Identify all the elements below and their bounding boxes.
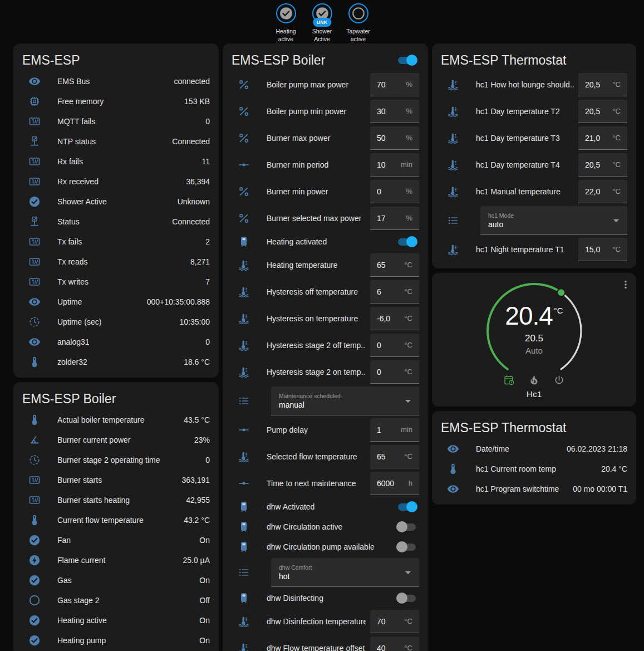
number-input-burner-max-power[interactable]: 50% xyxy=(370,126,419,150)
calendar-clock-icon[interactable] xyxy=(503,374,515,386)
badge-heating-active[interactable]: Heating active xyxy=(271,3,302,43)
row-burner-selected-max-power[interactable]: Burner selected max power17% xyxy=(232,205,419,232)
row-hc1-mode[interactable]: hc1 Modeauto xyxy=(441,205,627,236)
row-dhw-flow-temperature-offset[interactable]: dhw Flow temperature offset40°C xyxy=(232,635,419,651)
number-input-hysteresis-off-temperature[interactable]: 6°C xyxy=(370,280,419,304)
row-zolder32[interactable]: zolder3218.6 °C xyxy=(22,352,210,372)
select-dhw-comfort[interactable]: dhw Comforthot xyxy=(271,558,419,587)
row-tx-reads[interactable]: Tx reads8,271 xyxy=(22,252,210,272)
row-analog31[interactable]: analog310 xyxy=(22,332,210,352)
row-burner-starts[interactable]: Burner starts363,191 xyxy=(22,470,210,490)
number-input-burner-min-period[interactable]: 10min xyxy=(370,153,419,177)
number-input-hysteresis-stage-2-off-temp[interactable]: 0°C xyxy=(370,334,419,357)
row-burner-min-power[interactable]: Burner min power0% xyxy=(232,178,419,205)
row-hc1-how-hot-lounge-should[interactable]: hc1 How hot lounge should...20,5°C xyxy=(441,71,627,98)
boiler-card-power-toggle[interactable] xyxy=(398,57,416,64)
row-dhw-disinfection-temperature[interactable]: dhw Disinfection temperature70°C xyxy=(232,608,419,635)
row-current-flow-temperature[interactable]: Current flow temperature43.2 °C xyxy=(22,510,210,530)
number-input-dhw-disinfection-temperature[interactable]: 70°C xyxy=(370,610,419,633)
row-burner-max-power[interactable]: Burner max power50% xyxy=(232,125,419,151)
number-input-hysteresis-stage-2-on-temp[interactable]: 0°C xyxy=(370,360,419,384)
number-input-hysteresis-on-temperature[interactable]: -6,0°C xyxy=(370,307,419,330)
row-tx-writes[interactable]: Tx writes7 xyxy=(22,272,210,292)
number-input-hc1-night-temperature-t1[interactable]: 15,0°C xyxy=(578,238,627,261)
row-dhw-disinfecting[interactable]: dhw Disinfecting xyxy=(232,588,419,608)
toggle-heating-activated[interactable] xyxy=(398,238,416,246)
row-dhw-circulation-pump-available[interactable]: dhw Circulation pump available xyxy=(232,537,419,557)
row-flame-current[interactable]: Flame current25.0 µA xyxy=(22,550,210,570)
row-hysteresis-stage-2-off-temp[interactable]: Hysteresis stage 2 off temp...0°C xyxy=(232,332,419,359)
row-rx-received[interactable]: Rx received36,394 xyxy=(22,172,210,192)
number-input-dhw-flow-temperature-offset[interactable]: 40°C xyxy=(370,637,419,651)
fire-icon[interactable] xyxy=(528,374,540,386)
row-rx-fails[interactable]: Rx fails11 xyxy=(22,151,210,172)
select-hc1-mode[interactable]: hc1 Modeauto xyxy=(480,206,627,235)
row-hc1-day-temperature-t4[interactable]: hc1 Day temperature T420,5°C xyxy=(441,151,627,178)
row-dhw-circulation-active[interactable]: dhw Circulation active xyxy=(232,517,419,537)
row-date-time[interactable]: Date/time06.02.2023 21:18 xyxy=(441,439,627,459)
number-input-hc1-how-hot-lounge-should[interactable]: 20,5°C xyxy=(578,73,627,96)
number-input-hc1-manual-temperature[interactable]: 22,0°C xyxy=(578,180,627,203)
row-fan[interactable]: FanOn xyxy=(22,530,210,550)
row-gas[interactable]: GasOn xyxy=(22,570,210,590)
row-hc1-night-temperature-t1[interactable]: hc1 Night temperature T115,0°C xyxy=(441,236,627,263)
row-gas-stage-2[interactable]: Gas stage 2Off xyxy=(22,590,210,610)
row-boiler-pump-max-power[interactable]: Boiler pump max power70% xyxy=(232,71,419,98)
row-tx-fails[interactable]: Tx fails2 xyxy=(22,232,210,252)
chevron-down-icon[interactable] xyxy=(401,394,415,408)
row-hc1-manual-temperature[interactable]: hc1 Manual temperature22,0°C xyxy=(441,178,627,205)
toggle-dhw-activated[interactable] xyxy=(398,503,416,511)
row-burner-stage-2-operating-time[interactable]: Burner stage 2 operating time0 xyxy=(22,450,210,470)
row-actual-boiler-temperature[interactable]: Actual boiler temperature43.5 °C xyxy=(22,410,210,430)
row-hc1-current-room-temp[interactable]: hc1 Current room temp20.4 °C xyxy=(441,459,627,479)
row-hc1-day-temperature-t2[interactable]: hc1 Day temperature T220,5°C xyxy=(441,98,627,125)
row-heating-activated[interactable]: Heating activated xyxy=(232,232,419,252)
row-pump-delay[interactable]: Pump delay1min xyxy=(232,417,419,443)
row-burner-current-power[interactable]: Burner current power23% xyxy=(22,430,210,450)
select-maintenance-scheduled[interactable]: Maintenance scheduledmanual xyxy=(271,386,419,415)
row-maintenance-scheduled[interactable]: Maintenance scheduledmanual xyxy=(232,385,419,417)
toggle-dhw-circulation-pump-available[interactable] xyxy=(398,544,416,551)
toggle-dhw-circulation-active[interactable] xyxy=(398,523,416,531)
row-time-to-next-maintenance[interactable]: Time to next maintenance6000h xyxy=(232,470,419,497)
row-hc1-program-switchtime[interactable]: hc1 Program switchtime00 mo 00:00 T1 xyxy=(441,479,627,499)
row-ntp-status[interactable]: NTP statusConnected xyxy=(22,131,210,151)
chevron-down-icon[interactable] xyxy=(609,214,623,227)
number-input-selected-flow-temperature[interactable]: 65°C xyxy=(370,445,419,468)
number-input-boiler-pump-max-power[interactable]: 70% xyxy=(370,73,419,96)
chevron-down-icon[interactable] xyxy=(401,566,415,579)
number-input-hc1-day-temperature-t2[interactable]: 20,5°C xyxy=(578,100,627,123)
row-burner-starts-heating[interactable]: Burner starts heating42,955 xyxy=(22,490,210,510)
badge-tapwater-active[interactable]: Tapwater active xyxy=(343,3,374,43)
row-heating-pump[interactable]: Heating pumpOn xyxy=(22,630,210,650)
number-input-hc1-day-temperature-t3[interactable]: 21,0°C xyxy=(578,126,627,150)
number-input-hc1-day-temperature-t4[interactable]: 20,5°C xyxy=(578,153,627,177)
power-icon[interactable] xyxy=(553,374,565,386)
row-shower-active[interactable]: Shower ActiveUnknown xyxy=(22,192,210,212)
row-dhw-activated[interactable]: dhw Activated xyxy=(232,497,419,517)
row-hc1-day-temperature-t3[interactable]: hc1 Day temperature T321,0°C xyxy=(441,125,627,151)
row-heating-temperature[interactable]: Heating temperature65°C xyxy=(232,252,419,278)
number-input-burner-selected-max-power[interactable]: 17% xyxy=(370,207,419,230)
more-options-icon[interactable] xyxy=(620,278,632,291)
badge-shower-active[interactable]: UNKShower Active xyxy=(307,3,338,43)
toggle-dhw-disinfecting[interactable] xyxy=(398,595,416,602)
row-ems-bus[interactable]: EMS Busconnected xyxy=(22,71,210,91)
row-uptime-sec[interactable]: Uptime (sec)10:35:00 xyxy=(22,312,210,332)
number-input-time-to-next-maintenance[interactable]: 6000h xyxy=(370,472,419,495)
row-status[interactable]: StatusConnected xyxy=(22,212,210,232)
row-hysteresis-off-temperature[interactable]: Hysteresis off temperature6°C xyxy=(232,278,419,305)
row-dhw-comfort[interactable]: dhw Comforthot xyxy=(232,557,419,588)
number-input-burner-min-power[interactable]: 0% xyxy=(370,180,419,203)
row-hysteresis-stage-2-on-temp[interactable]: Hysteresis stage 2 on temp...0°C xyxy=(232,359,419,385)
row-selected-flow-temperature[interactable]: Selected flow temperature65°C xyxy=(232,443,419,470)
number-input-pump-delay[interactable]: 1min xyxy=(370,418,419,442)
row-free-memory[interactable]: Free memory153 KB xyxy=(22,91,210,111)
number-input-heating-temperature[interactable]: 65°C xyxy=(370,253,419,277)
row-burner-min-period[interactable]: Burner min period10min xyxy=(232,151,419,178)
row-heating-active[interactable]: Heating activeOn xyxy=(22,610,210,630)
row-boiler-pump-min-power[interactable]: Boiler pump min power30% xyxy=(232,98,419,125)
row-hysteresis-on-temperature[interactable]: Hysteresis on temperature-6,0°C xyxy=(232,305,419,332)
number-input-boiler-pump-min-power[interactable]: 30% xyxy=(370,100,419,123)
row-uptime[interactable]: Uptime000+10:35:00.888 xyxy=(22,292,210,312)
